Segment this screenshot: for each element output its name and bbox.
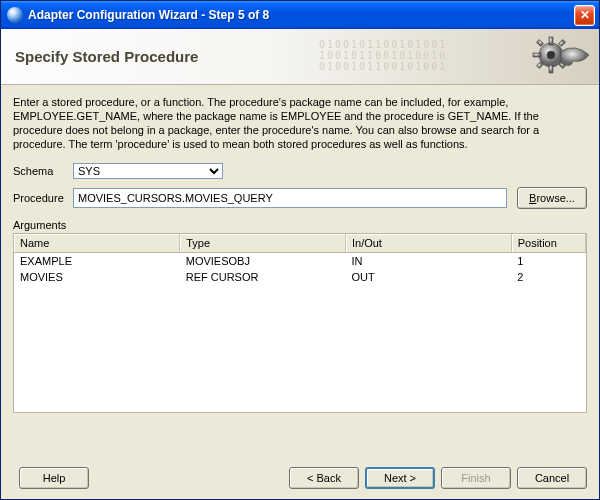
col-header-inout[interactable]: In/Out (345, 234, 511, 253)
close-icon: ✕ (580, 8, 590, 22)
back-button[interactable]: < Back (289, 467, 359, 489)
schema-select[interactable]: SYS (73, 163, 223, 179)
procedure-row: Procedure Browse... (13, 187, 587, 209)
banner-decoration-digits: 0100101100101001 1001011001010010 010010… (319, 39, 519, 79)
svg-point-9 (547, 51, 555, 59)
schema-row: Schema SYS (13, 163, 587, 179)
arguments-label: Arguments (13, 219, 587, 231)
description-text: Enter a stored procedure, or a function.… (13, 95, 587, 151)
cell-type: MOVIESOBJ (180, 253, 346, 270)
finish-button: Finish (441, 467, 511, 489)
col-header-name[interactable]: Name (14, 234, 180, 253)
cell-position: 1 (511, 253, 585, 270)
cancel-button[interactable]: Cancel (517, 467, 587, 489)
browse-button[interactable]: Browse... (517, 187, 587, 209)
svg-rect-1 (549, 37, 553, 45)
svg-rect-5 (536, 39, 543, 46)
col-header-position[interactable]: Position (511, 234, 585, 253)
app-icon (7, 7, 23, 23)
grid-header-row: Name Type In/Out Position (14, 234, 586, 253)
wizard-footer: Help < Back Next > Finish Cancel (1, 457, 599, 499)
cell-inout: IN (345, 253, 511, 270)
titlebar: Adapter Configuration Wizard - Step 5 of… (1, 1, 599, 29)
gear-icon (531, 33, 591, 81)
svg-rect-2 (549, 65, 553, 73)
next-button[interactable]: Next > (365, 467, 435, 489)
help-button[interactable]: Help (19, 467, 89, 489)
procedure-input[interactable] (73, 188, 507, 208)
cell-inout: OUT (345, 269, 511, 285)
col-header-type[interactable]: Type (180, 234, 346, 253)
page-heading: Specify Stored Procedure (15, 48, 198, 65)
arguments-grid: Name Type In/Out Position EXAMPLE MOVIES… (13, 233, 587, 413)
svg-rect-7 (558, 39, 565, 46)
content-area: Enter a stored procedure, or a function.… (1, 85, 599, 421)
close-button[interactable]: ✕ (574, 5, 595, 26)
table-row[interactable]: MOVIES REF CURSOR OUT 2 (14, 269, 586, 285)
cell-type: REF CURSOR (180, 269, 346, 285)
cell-name: EXAMPLE (14, 253, 180, 270)
procedure-label: Procedure (13, 192, 73, 204)
cell-position: 2 (511, 269, 585, 285)
cell-name: MOVIES (14, 269, 180, 285)
schema-label: Schema (13, 165, 73, 177)
window-title: Adapter Configuration Wizard - Step 5 of… (28, 8, 574, 22)
svg-rect-3 (533, 53, 541, 57)
wizard-banner: Specify Stored Procedure 010010110010100… (1, 29, 599, 85)
table-row[interactable]: EXAMPLE MOVIESOBJ IN 1 (14, 253, 586, 270)
